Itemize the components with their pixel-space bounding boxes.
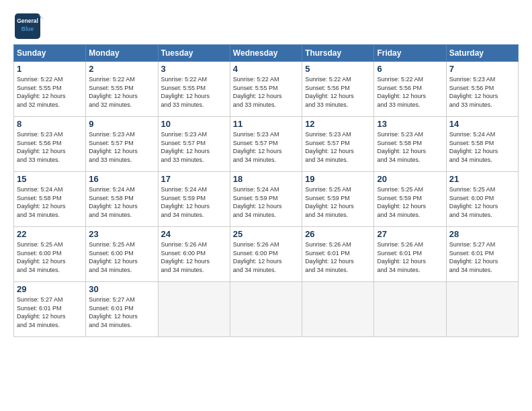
day-info: Sunrise: 5:25 AM Sunset: 6:00 PM Dayligh… [17,240,83,274]
calendar-cell: 11Sunrise: 5:23 AM Sunset: 5:57 PM Dayli… [230,117,302,172]
calendar-cell: 26Sunrise: 5:26 AM Sunset: 6:01 PM Dayli… [302,227,374,282]
logo: General Blue [13,12,47,40]
day-number: 12 [305,119,371,129]
calendar-cell [446,282,518,337]
day-number: 23 [89,229,154,239]
weekday-thursday: Thursday [302,45,374,62]
day-number: 8 [17,119,83,129]
calendar-cell: 16Sunrise: 5:24 AM Sunset: 5:58 PM Dayli… [86,172,158,227]
calendar-table: SundayMondayTuesdayWednesdayThursdayFrid… [13,44,519,337]
weekday-header-row: SundayMondayTuesdayWednesdayThursdayFrid… [14,45,519,62]
day-number: 25 [233,229,299,239]
weekday-wednesday: Wednesday [230,45,302,62]
day-info: Sunrise: 5:23 AM Sunset: 5:56 PM Dayligh… [449,75,515,109]
header: General Blue [13,12,519,40]
svg-text:General: General [17,17,38,24]
calendar-cell: 18Sunrise: 5:24 AM Sunset: 5:59 PM Dayli… [230,172,302,227]
day-number: 3 [161,64,227,74]
day-number: 30 [89,284,154,294]
calendar-cell: 29Sunrise: 5:27 AM Sunset: 6:01 PM Dayli… [14,282,86,337]
calendar-cell: 4Sunrise: 5:22 AM Sunset: 5:55 PM Daylig… [230,62,302,117]
calendar-cell: 7Sunrise: 5:23 AM Sunset: 5:56 PM Daylig… [446,62,518,117]
day-info: Sunrise: 5:22 AM Sunset: 5:55 PM Dayligh… [233,75,299,109]
day-info: Sunrise: 5:23 AM Sunset: 5:57 PM Dayligh… [233,130,299,164]
day-info: Sunrise: 5:25 AM Sunset: 6:00 PM Dayligh… [449,185,515,219]
calendar-cell: 9Sunrise: 5:23 AM Sunset: 5:57 PM Daylig… [86,117,158,172]
day-number: 1 [17,64,83,74]
day-info: Sunrise: 5:24 AM Sunset: 5:59 PM Dayligh… [233,185,299,219]
day-number: 21 [449,174,515,184]
day-info: Sunrise: 5:27 AM Sunset: 6:01 PM Dayligh… [449,240,515,274]
weekday-friday: Friday [374,45,446,62]
calendar-cell: 27Sunrise: 5:26 AM Sunset: 6:01 PM Dayli… [374,227,446,282]
calendar-cell: 30Sunrise: 5:27 AM Sunset: 6:01 PM Dayli… [86,282,158,337]
day-number: 24 [161,229,227,239]
day-info: Sunrise: 5:25 AM Sunset: 5:59 PM Dayligh… [305,185,371,219]
calendar-cell: 17Sunrise: 5:24 AM Sunset: 5:59 PM Dayli… [158,172,230,227]
weekday-monday: Monday [86,45,158,62]
calendar-row-0: 1Sunrise: 5:22 AM Sunset: 5:55 PM Daylig… [14,62,519,117]
calendar-cell: 24Sunrise: 5:26 AM Sunset: 6:00 PM Dayli… [158,227,230,282]
day-info: Sunrise: 5:23 AM Sunset: 5:56 PM Dayligh… [17,130,83,164]
calendar-row-1: 8Sunrise: 5:23 AM Sunset: 5:56 PM Daylig… [14,117,519,172]
calendar-cell: 2Sunrise: 5:22 AM Sunset: 5:55 PM Daylig… [86,62,158,117]
calendar-cell [158,282,230,337]
calendar-cell: 6Sunrise: 5:22 AM Sunset: 5:56 PM Daylig… [374,62,446,117]
calendar-cell: 21Sunrise: 5:25 AM Sunset: 6:00 PM Dayli… [446,172,518,227]
day-number: 19 [305,174,371,184]
day-number: 13 [377,119,443,129]
day-info: Sunrise: 5:23 AM Sunset: 5:57 PM Dayligh… [89,130,154,164]
day-info: Sunrise: 5:22 AM Sunset: 5:56 PM Dayligh… [377,75,443,109]
day-number: 15 [17,174,83,184]
calendar-cell: 8Sunrise: 5:23 AM Sunset: 5:56 PM Daylig… [14,117,86,172]
calendar-cell [302,282,374,337]
day-info: Sunrise: 5:22 AM Sunset: 5:55 PM Dayligh… [161,75,227,109]
calendar-cell [230,282,302,337]
day-number: 2 [89,64,154,74]
weekday-saturday: Saturday [446,45,518,62]
day-number: 20 [377,174,443,184]
calendar-cell: 3Sunrise: 5:22 AM Sunset: 5:55 PM Daylig… [158,62,230,117]
calendar-cell: 14Sunrise: 5:24 AM Sunset: 5:58 PM Dayli… [446,117,518,172]
day-info: Sunrise: 5:27 AM Sunset: 6:01 PM Dayligh… [17,295,83,329]
calendar-cell: 15Sunrise: 5:24 AM Sunset: 5:58 PM Dayli… [14,172,86,227]
day-number: 14 [449,119,515,129]
day-number: 17 [161,174,227,184]
calendar-row-2: 15Sunrise: 5:24 AM Sunset: 5:58 PM Dayli… [14,172,519,227]
day-info: Sunrise: 5:26 AM Sunset: 6:00 PM Dayligh… [161,240,227,274]
page: General Blue SundayMondayTuesdayWednesda… [0,0,532,411]
calendar-cell: 5Sunrise: 5:22 AM Sunset: 5:56 PM Daylig… [302,62,374,117]
calendar-cell: 22Sunrise: 5:25 AM Sunset: 6:00 PM Dayli… [14,227,86,282]
day-number: 4 [233,64,299,74]
calendar-cell: 20Sunrise: 5:25 AM Sunset: 5:59 PM Dayli… [374,172,446,227]
day-number: 10 [161,119,227,129]
weekday-tuesday: Tuesday [158,45,230,62]
calendar-row-4: 29Sunrise: 5:27 AM Sunset: 6:01 PM Dayli… [14,282,519,337]
calendar-cell: 1Sunrise: 5:22 AM Sunset: 5:55 PM Daylig… [14,62,86,117]
day-number: 9 [89,119,154,129]
calendar-cell: 10Sunrise: 5:23 AM Sunset: 5:57 PM Dayli… [158,117,230,172]
day-number: 22 [17,229,83,239]
day-number: 6 [377,64,443,74]
day-info: Sunrise: 5:25 AM Sunset: 5:59 PM Dayligh… [377,185,443,219]
day-number: 16 [89,174,154,184]
day-info: Sunrise: 5:23 AM Sunset: 5:57 PM Dayligh… [161,130,227,164]
day-number: 29 [17,284,83,294]
day-info: Sunrise: 5:23 AM Sunset: 5:57 PM Dayligh… [305,130,371,164]
day-info: Sunrise: 5:26 AM Sunset: 6:00 PM Dayligh… [233,240,299,274]
calendar-row-3: 22Sunrise: 5:25 AM Sunset: 6:00 PM Dayli… [14,227,519,282]
day-info: Sunrise: 5:23 AM Sunset: 5:58 PM Dayligh… [377,130,443,164]
day-number: 7 [449,64,515,74]
day-info: Sunrise: 5:27 AM Sunset: 6:01 PM Dayligh… [89,295,154,329]
day-info: Sunrise: 5:22 AM Sunset: 5:55 PM Dayligh… [17,75,83,109]
calendar-cell: 25Sunrise: 5:26 AM Sunset: 6:00 PM Dayli… [230,227,302,282]
day-info: Sunrise: 5:24 AM Sunset: 5:58 PM Dayligh… [17,185,83,219]
day-info: Sunrise: 5:22 AM Sunset: 5:55 PM Dayligh… [89,75,154,109]
calendar-cell: 23Sunrise: 5:25 AM Sunset: 6:00 PM Dayli… [86,227,158,282]
day-number: 28 [449,229,515,239]
day-number: 11 [233,119,299,129]
svg-text:Blue: Blue [21,26,34,32]
day-info: Sunrise: 5:26 AM Sunset: 6:01 PM Dayligh… [377,240,443,274]
day-info: Sunrise: 5:26 AM Sunset: 6:01 PM Dayligh… [305,240,371,274]
day-number: 27 [377,229,443,239]
